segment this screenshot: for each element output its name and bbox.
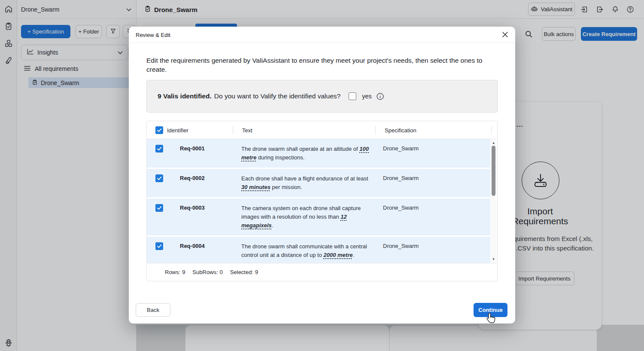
subrows-count: SubRows:0 bbox=[192, 269, 222, 275]
valis-count-text: 9 Valis identified. bbox=[158, 92, 212, 100]
review-edit-modal: Review & Edit Edit the requirements gene… bbox=[129, 27, 515, 324]
valify-checkbox[interactable] bbox=[349, 92, 356, 100]
row-identifier: Req-0001 bbox=[171, 139, 233, 168]
info-icon[interactable] bbox=[377, 93, 384, 100]
row-specification: Drone_Swarm bbox=[374, 237, 490, 263]
scrollbar-thumb[interactable] bbox=[492, 146, 495, 196]
modal-title: Review & Edit bbox=[136, 32, 170, 38]
selected-count: Selected:9 bbox=[230, 269, 258, 275]
modal-description: Edit the requirements generated by ValiA… bbox=[146, 56, 500, 74]
table-row[interactable]: Req-0002Each drone shall have a flight e… bbox=[147, 169, 490, 197]
table-rows: Req-0001The drone swarm shall operate at… bbox=[147, 139, 490, 263]
table-header: Identifier Text Specification bbox=[147, 121, 497, 139]
app-root: Drone_Swarm + Specification + Folder Ins… bbox=[0, 0, 644, 351]
table-scrollbar: ▲ ▼ bbox=[490, 140, 497, 263]
table-row[interactable]: Req-0001The drone swarm shall operate at… bbox=[147, 139, 490, 168]
table-footer: Rows:9 SubRows:0 Selected:9 bbox=[147, 263, 497, 281]
table-row[interactable]: Req-0004The drone swarm shall communicat… bbox=[147, 237, 490, 263]
valify-checkbox-label: yes bbox=[362, 93, 372, 100]
requirements-table: Identifier Text Specification Req-0001Th… bbox=[146, 121, 498, 281]
row-identifier: Req-0002 bbox=[171, 169, 233, 197]
mouse-cursor bbox=[486, 312, 497, 327]
column-divider bbox=[233, 126, 233, 134]
column-divider bbox=[375, 126, 376, 134]
table-body: Req-0001The drone swarm shall operate at… bbox=[147, 139, 497, 263]
rows-count: Rows:9 bbox=[165, 269, 185, 275]
column-header-identifier[interactable]: Identifier bbox=[167, 127, 188, 134]
modal-header: Review & Edit bbox=[129, 27, 515, 43]
row-specification: Drone_Swarm bbox=[374, 169, 490, 197]
row-specification: Drone_Swarm bbox=[374, 198, 490, 235]
row-identifier: Req-0003 bbox=[171, 198, 233, 235]
table-row[interactable]: Req-0003The camera system on each drone … bbox=[147, 198, 490, 235]
column-divider bbox=[491, 126, 492, 134]
row-specification: Drone_Swarm bbox=[374, 139, 490, 168]
row-text: The camera system on each drone shall ca… bbox=[233, 198, 374, 235]
row-checkbox[interactable] bbox=[155, 145, 163, 153]
valis-banner: 9 Valis identified. Do you want to Valif… bbox=[146, 80, 498, 113]
scroll-down-arrow[interactable]: ▼ bbox=[490, 257, 497, 262]
row-text: Each drone shall have a flight endurance… bbox=[233, 169, 374, 197]
row-checkbox[interactable] bbox=[155, 174, 163, 182]
back-button[interactable]: Back bbox=[136, 303, 170, 317]
scroll-up-arrow[interactable]: ▲ bbox=[490, 141, 497, 145]
close-icon[interactable] bbox=[499, 28, 511, 40]
select-all-checkbox[interactable] bbox=[155, 126, 163, 134]
valify-question: Do you want to Valify the identified val… bbox=[214, 92, 340, 100]
column-header-specification[interactable]: Specification bbox=[385, 127, 416, 134]
column-header-text[interactable]: Text bbox=[242, 127, 252, 134]
row-checkbox[interactable] bbox=[155, 242, 163, 250]
row-identifier: Req-0004 bbox=[171, 237, 233, 263]
row-text: The drone swarm shall operate at an alti… bbox=[233, 139, 374, 168]
row-text: The drone swarm shall communicate with a… bbox=[233, 237, 374, 263]
row-checkbox[interactable] bbox=[155, 204, 163, 212]
